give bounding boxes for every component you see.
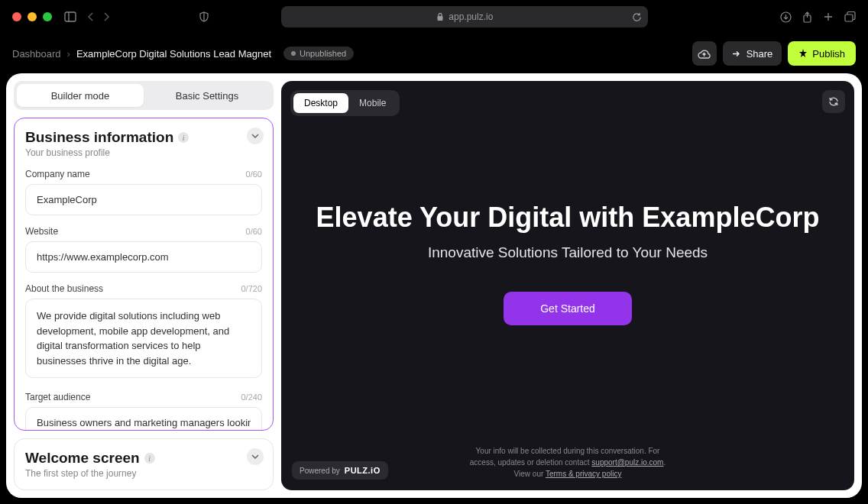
breadcrumb: Dashboard › ExampleCorp Digital Solution… [12,47,354,60]
hero-title: Elevate Your Digital with ExampleCorp [316,201,820,234]
about-count: 0/720 [241,284,262,293]
audience-input[interactable] [25,407,262,431]
new-tab-icon[interactable] [823,11,834,23]
terms-link[interactable]: Terms & privacy policy [546,470,621,478]
tab-builder-mode[interactable]: Builder mode [17,84,144,107]
chevron-right-icon: › [67,48,70,60]
welcome-screen-card: Welcome screen i The first step of the j… [14,438,274,490]
card-title: Business information [25,129,173,146]
nav-back-icon[interactable] [87,11,95,22]
card-title: Welcome screen [25,450,140,467]
hero-section: Elevate Your Digital with ExampleCorp In… [281,81,854,445]
breadcrumb-root[interactable]: Dashboard [12,48,61,60]
cloud-save-button[interactable] [692,41,717,66]
publish-label: Publish [812,48,845,60]
info-icon[interactable]: i [178,132,189,143]
url-bar[interactable]: app.pulz.io [281,6,648,27]
reload-icon[interactable] [632,12,642,22]
url-text: app.pulz.io [449,11,493,22]
svg-rect-3 [438,16,443,21]
app-header: Dashboard › ExampleCorp Digital Solution… [0,34,868,73]
about-label: About the business [25,283,103,294]
footer-line-1: Your info will be collected during this … [281,445,854,457]
share-button[interactable]: Share [723,41,782,66]
powered-by-badge[interactable]: Powered by PULZ.iO [292,461,388,480]
footer-line-2a: access, updates or deletion contact [470,458,592,467]
website-input[interactable] [25,241,262,273]
breadcrumb-current: ExampleCorp Digital Solutions Lead Magne… [76,48,271,60]
lock-icon [436,12,444,21]
company-name-count: 0/60 [246,170,262,179]
card-subtitle: Your business profile [25,147,262,158]
status-badge: Unpublished [283,47,354,60]
hero-subtitle: Innovative Solutions Tailored to Your Ne… [428,244,708,261]
tabs-icon[interactable] [844,11,856,23]
left-panel: Builder mode Basic Settings Business inf… [14,81,274,490]
company-name-input[interactable] [25,184,262,215]
preview-tab-desktop[interactable]: Desktop [293,93,348,113]
info-icon[interactable]: i [144,453,155,464]
svg-rect-0 [65,12,76,21]
share-label: Share [747,48,773,60]
support-email-link[interactable]: support@pulz.io.com [591,458,663,467]
svg-rect-6 [845,15,853,21]
collapse-button[interactable] [247,448,264,465]
download-icon[interactable] [780,11,792,23]
mode-toggle: Builder mode Basic Settings [14,81,274,110]
main-container: Builder mode Basic Settings Business inf… [6,73,862,498]
shield-icon[interactable] [199,11,209,22]
company-name-label: Company name [25,169,90,179]
tab-basic-settings[interactable]: Basic Settings [144,84,270,107]
window-controls [12,12,52,21]
minimize-window-button[interactable] [28,12,37,21]
audience-label: Target audience [25,392,90,402]
audience-count: 0/240 [241,393,262,402]
powered-prefix: Powered by [300,467,340,475]
preview-device-toggle: Desktop Mobile [290,90,400,116]
browser-chrome: app.pulz.io [0,0,868,34]
get-started-button[interactable]: Get Started [504,292,632,325]
footer-line-3a: View our [514,470,546,478]
powered-brand: PULZ.iO [345,466,381,475]
share-browser-icon[interactable] [802,11,812,23]
card-subtitle: The first step of the journey [25,468,262,479]
website-count: 0/60 [246,227,262,236]
website-label: Website [25,226,58,237]
publish-button[interactable]: Publish [788,41,856,66]
status-text: Unpublished [300,49,346,58]
preview-tab-mobile[interactable]: Mobile [348,93,397,113]
nav-forward-icon[interactable] [102,11,110,22]
about-input[interactable]: We provide digital solutions including w… [25,299,262,378]
refresh-preview-button[interactable] [822,90,845,113]
sidebar-toggle-icon[interactable] [64,11,76,22]
close-window-button[interactable] [12,12,21,21]
collapse-button[interactable] [247,128,264,144]
preview-panel: Desktop Mobile Elevate Your Digital with… [281,81,854,490]
business-info-card: Business information i Your business pro… [14,118,274,431]
maximize-window-button[interactable] [43,12,52,21]
status-dot-icon [291,51,296,56]
